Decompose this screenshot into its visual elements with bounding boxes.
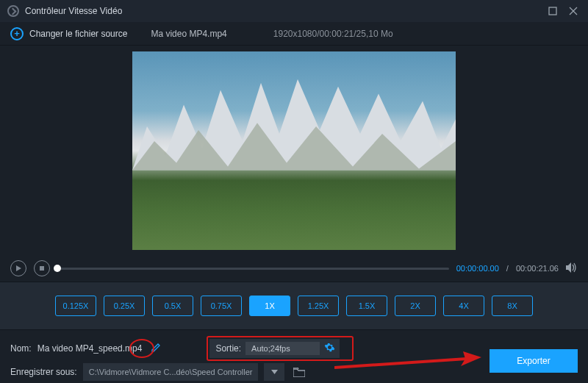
video-preview-area	[0, 46, 588, 255]
play-icon	[15, 265, 21, 271]
titlebar: Contrôleur Vitesse Vidéo	[0, 0, 588, 22]
svg-rect-6	[40, 266, 44, 271]
chevron-down-icon	[271, 370, 278, 374]
output-name: Ma video MP4_speed.mp4	[37, 343, 143, 354]
video-preview[interactable]	[132, 51, 456, 250]
toolbar: Changer le fichier source Ma video MP4.m…	[0, 22, 588, 46]
speed-button-8x[interactable]: 8X	[492, 296, 533, 316]
export-button[interactable]: Exporter	[490, 349, 578, 373]
volume-button[interactable]	[566, 262, 578, 275]
save-path-dropdown[interactable]	[264, 363, 284, 381]
speed-button-0-75x[interactable]: 0.75X	[201, 296, 242, 316]
source-file-name: Ma video MP4.mp4	[151, 29, 226, 39]
pencil-icon	[151, 343, 161, 353]
speed-button-0-5x[interactable]: 0.5X	[152, 296, 193, 316]
time-separator: /	[506, 264, 509, 273]
current-time: 00:00:00.00	[456, 264, 499, 273]
close-icon	[569, 7, 578, 15]
source-file-meta: 1920x1080/00:00:21/25,10 Mo	[273, 29, 393, 39]
svg-marker-7	[566, 262, 571, 273]
sortie-label: Sortie:	[215, 343, 241, 354]
stop-button[interactable]	[34, 260, 50, 276]
play-button[interactable]	[10, 260, 26, 276]
stop-icon	[39, 265, 45, 271]
edit-name-button[interactable]	[151, 343, 161, 355]
speed-button-1x[interactable]: 1X	[249, 296, 290, 316]
add-source-icon[interactable]	[10, 27, 24, 40]
name-label: Nom:	[10, 343, 32, 354]
speed-button-4x[interactable]: 4X	[443, 296, 484, 316]
speed-button-0-125x[interactable]: 0.125X	[55, 296, 96, 316]
save-label: Enregistrer sous:	[10, 367, 77, 377]
folder-icon	[293, 368, 305, 377]
change-source-button[interactable]: Changer le fichier source	[29, 29, 127, 39]
window-title: Contrôleur Vitesse Vidéo	[25, 6, 122, 16]
speed-button-2x[interactable]: 2X	[395, 296, 436, 316]
speed-button-1-5x[interactable]: 1.5X	[346, 296, 387, 316]
volume-icon	[566, 262, 578, 273]
speed-button-0-25x[interactable]: 0.25X	[104, 296, 145, 316]
progress-bar[interactable]	[57, 268, 449, 270]
output-format-field: Sortie: Auto;24fps	[209, 339, 339, 358]
svg-rect-0	[549, 7, 556, 15]
svg-marker-5	[16, 265, 21, 271]
progress-knob[interactable]	[54, 265, 61, 272]
duration-time: 00:00:21.06	[516, 264, 559, 273]
output-settings-button[interactable]	[324, 342, 335, 355]
maximize-button[interactable]	[542, 0, 563, 22]
save-path-field: C:\Vidmore\Vidmore C...déo\Speed Control…	[83, 363, 259, 381]
sortie-value: Auto;24fps	[245, 342, 320, 355]
app-icon	[7, 5, 19, 17]
transport-bar: 00:00:00.00 / 00:00:21.06	[0, 255, 588, 282]
gear-icon	[324, 342, 335, 353]
open-folder-button[interactable]	[290, 363, 308, 381]
speed-selector: 0.125X0.25X0.5X0.75X1X1.25X1.5X2X4X8X	[0, 282, 588, 330]
speed-button-1-25x[interactable]: 1.25X	[298, 296, 339, 316]
maximize-icon	[548, 7, 557, 15]
close-button[interactable]	[563, 0, 584, 22]
svg-marker-8	[271, 370, 278, 374]
